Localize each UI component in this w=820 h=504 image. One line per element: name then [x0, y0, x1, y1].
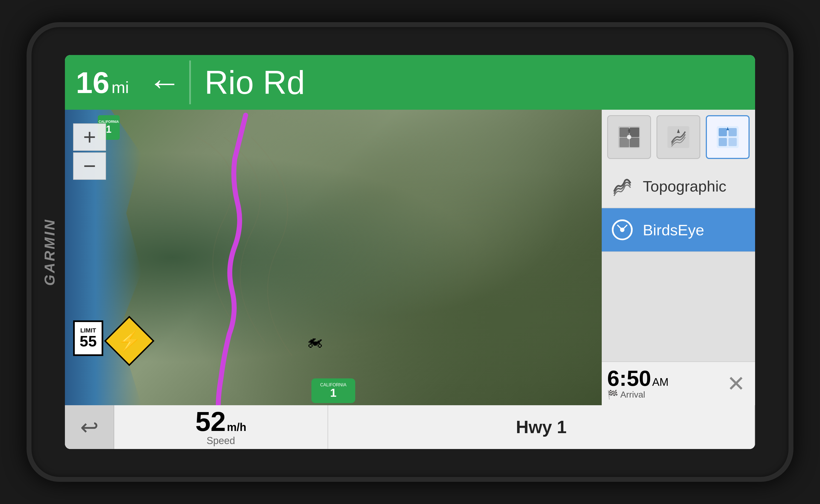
map-option-topographic[interactable]: Topographic: [602, 164, 755, 208]
speed-display: 52 m/h Speed: [114, 405, 328, 449]
vehicle-icon: 🏍: [307, 332, 323, 351]
close-button[interactable]: ✕: [722, 370, 750, 397]
arrival-label: 🏁 Arrival: [607, 389, 645, 400]
svg-rect-11: [729, 128, 737, 136]
speed-limit-sign: LIMIT 55: [73, 320, 103, 356]
map-area[interactable]: CALIFORNIA 1 + − LIMIT 55 ⚡: [65, 110, 602, 405]
map-type-birdseye-button[interactable]: [706, 115, 750, 159]
nav-bar: 16 mi ← Rio Rd: [65, 55, 755, 110]
svg-rect-2: [630, 128, 639, 137]
arrival-info: 6:50 AM 🏁 Arrival: [607, 367, 669, 400]
main-content: CALIFORNIA 1 + − LIMIT 55 ⚡: [65, 110, 755, 405]
winding-road-sign: ⚡: [111, 323, 147, 359]
birdseye-label: BirdsEye: [643, 221, 704, 239]
zoom-out-button[interactable]: −: [73, 152, 106, 180]
status-bar: ↩ 52 m/h Speed Hwy 1: [65, 405, 755, 449]
speed-unit: m/h: [227, 422, 246, 433]
current-road: Hwy 1: [328, 405, 755, 449]
flag-icon: 🏁: [607, 389, 618, 400]
screen: 16 mi ← Rio Rd: [65, 55, 755, 449]
map-options-list: Topographic: [602, 164, 755, 361]
recenter-button[interactable]: ↩: [65, 405, 114, 449]
svg-rect-3: [620, 138, 629, 147]
speed-number: 52: [195, 408, 226, 435]
highway-number: 1: [330, 387, 336, 399]
ca-route-number: 1: [106, 124, 111, 135]
warning-diamond: ⚡: [104, 316, 154, 366]
speed-limit-value: 55: [80, 334, 97, 349]
satellite-north-icon: [617, 125, 642, 149]
topographic-icon: [610, 174, 635, 198]
arrival-time-display: 6:50 AM: [607, 367, 669, 389]
svg-rect-4: [630, 138, 639, 147]
topo-north-icon: [666, 125, 691, 149]
arrival-am-pm: AM: [652, 376, 669, 387]
right-panel-bottom: 6:50 AM 🏁 Arrival ✕: [602, 361, 755, 405]
nav-street-name: Rio Rd: [191, 63, 319, 101]
zoom-in-button[interactable]: +: [73, 123, 106, 151]
map-type-buttons: [602, 110, 755, 164]
map-type-topo-button[interactable]: [657, 115, 700, 159]
nav-distance-unit: mi: [111, 78, 129, 97]
garmin-device: GARMIN 16 mi ← Rio Rd: [27, 22, 793, 482]
map-type-satellite-button[interactable]: [607, 115, 651, 159]
arrival-time-value: 6:50: [607, 367, 651, 389]
speed-label: Speed: [207, 435, 235, 447]
highway-marker-bottom: CALIFORNIA 1: [311, 378, 355, 403]
svg-rect-13: [729, 138, 737, 146]
nav-distance: 16 mi: [65, 65, 140, 100]
birdseye-up-icon: [715, 125, 740, 149]
arrival-text: Arrival: [621, 390, 645, 400]
speed-value: 52 m/h: [195, 408, 246, 435]
nav-distance-value: 16: [76, 65, 109, 100]
zoom-controls: + −: [73, 123, 106, 180]
brand-label: GARMIN: [41, 218, 58, 286]
svg-rect-12: [719, 138, 727, 146]
birdseye-icon: [610, 218, 635, 242]
route-overlay: [65, 110, 602, 405]
topographic-label: Topographic: [643, 177, 726, 195]
nav-turn-arrow: ←: [140, 63, 189, 101]
right-panel: Topographic: [602, 110, 755, 405]
svg-point-5: [627, 135, 631, 139]
winding-icon: ⚡: [117, 330, 141, 352]
svg-rect-10: [719, 128, 727, 136]
map-option-birdseye[interactable]: BirdsEye: [602, 208, 755, 252]
